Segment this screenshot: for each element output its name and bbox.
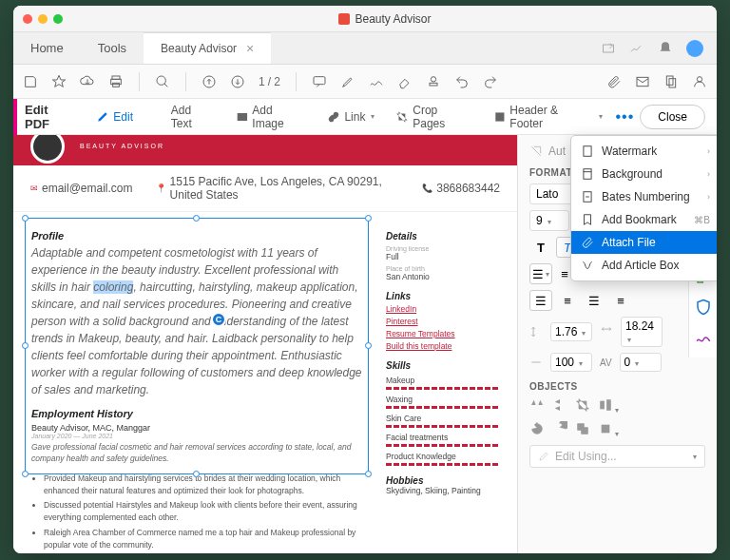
list-item: Raleigh Area Chamber of Commerce named m…: [44, 527, 363, 551]
dropdown-bates[interactable]: Bates Numbering›: [571, 185, 717, 208]
links-heading: Links: [386, 291, 500, 301]
undo-icon[interactable]: [454, 74, 470, 89]
close-window[interactable]: [23, 14, 32, 24]
role-label: BEAUTY ADVISOR: [80, 143, 504, 149]
profile-icon[interactable]: [692, 74, 707, 89]
dropdown-attach-file[interactable]: Attach File: [571, 231, 717, 254]
crop-button[interactable]: Crop Pages: [388, 100, 479, 134]
user-avatar[interactable]: [686, 40, 703, 57]
font-size-select[interactable]: 9 ▾: [529, 210, 569, 231]
close-tab-icon[interactable]: ×: [246, 41, 254, 56]
svg-point-15: [240, 114, 241, 116]
align-right-button[interactable]: ☰: [583, 290, 605, 311]
replace-button[interactable]: [575, 421, 590, 439]
add-text-button[interactable]: Add Text: [146, 100, 222, 134]
edit-using-select[interactable]: Edit Using... ▾: [529, 445, 705, 468]
share-icon[interactable]: [601, 41, 616, 56]
titlebar: Beauty Advisor: [13, 6, 717, 32]
contact-row: ✉email@email.com 📍1515 Pacific Ave, Los …: [13, 165, 517, 212]
tracking-input[interactable]: 100 ▾: [550, 353, 592, 372]
add-image-button[interactable]: Add Image: [228, 100, 315, 134]
protect-tool-icon[interactable]: [695, 299, 712, 316]
skill-item: Facial treatments: [386, 433, 500, 442]
flip-h-button[interactable]: [529, 397, 545, 415]
svg-point-13: [697, 76, 701, 81]
svg-rect-16: [495, 112, 504, 121]
svg-rect-3: [113, 83, 120, 87]
address-value: 1515 Pacific Ave, Los Angeles, CA 90291,…: [170, 175, 400, 202]
line-height-input[interactable]: 1.76 ▾: [550, 322, 592, 341]
draw-icon[interactable]: [369, 74, 384, 89]
flip-v-button[interactable]: [552, 397, 567, 415]
collab-cursor-icon: C: [211, 312, 226, 327]
list-item: Discussed potential Hairstyles and Makeu…: [44, 499, 363, 524]
stamp-icon[interactable]: [426, 74, 441, 89]
link-pinterest[interactable]: Pinterest: [386, 317, 500, 326]
bold-button[interactable]: T: [529, 237, 552, 258]
highlight-icon[interactable]: [340, 74, 355, 89]
align-obj-button[interactable]: ▾: [598, 397, 619, 415]
profile-text[interactable]: Adaptable and competent cosmetologist wi…: [31, 244, 362, 398]
print-icon[interactable]: [108, 74, 124, 89]
rotate-cw-button[interactable]: [552, 421, 567, 439]
attachment-icon[interactable]: [606, 74, 622, 89]
comment-icon[interactable]: [312, 74, 327, 89]
crop-obj-button[interactable]: [575, 397, 590, 415]
job1-date: January 2020 — June 2021: [31, 433, 362, 439]
text-selection-box[interactable]: Profile Adaptable and competent cosmetol…: [25, 218, 369, 474]
tab-bar: Home Tools Beauty Advisor×: [13, 32, 717, 65]
next-page-icon[interactable]: [230, 74, 245, 89]
link-build[interactable]: Build this template: [386, 341, 500, 351]
zoom-icon[interactable]: [155, 74, 170, 89]
pdf-icon: [338, 13, 350, 25]
sign-icon[interactable]: [629, 41, 644, 56]
more-icon[interactable]: •••: [616, 108, 635, 126]
cloud-upload-icon[interactable]: [80, 74, 95, 89]
pages-icon[interactable]: [663, 74, 679, 89]
align-center-button[interactable]: ≡: [556, 290, 579, 311]
employment-heading: Employment History: [31, 408, 362, 419]
app-window: Beauty Advisor Home Tools Beauty Advisor…: [13, 6, 717, 553]
minimize-window[interactable]: [38, 14, 48, 24]
tab-tools[interactable]: Tools: [81, 32, 144, 64]
svg-point-8: [431, 76, 435, 81]
link-linkedin[interactable]: LinkedIn: [386, 304, 500, 314]
svg-rect-12: [669, 78, 676, 87]
align-left-button[interactable]: ☰: [529, 290, 552, 311]
job1-desc: Gave professional facial cosmetic and ha…: [31, 442, 362, 465]
dropdown-background[interactable]: Background›: [571, 163, 717, 185]
align-justify-button[interactable]: ≡: [609, 290, 632, 311]
bullet-list-button[interactable]: ☰▾: [529, 263, 552, 284]
tab-home[interactable]: Home: [13, 32, 81, 64]
header-footer-button[interactable]: Header & Footer▾: [486, 100, 610, 134]
pencil-icon: [538, 451, 549, 462]
pin-icon: 📍: [156, 183, 166, 193]
envelope-icon[interactable]: [635, 74, 650, 89]
link-templates[interactable]: Resume Templates: [386, 329, 500, 338]
save-icon[interactable]: [23, 74, 38, 89]
close-button[interactable]: Close: [640, 105, 705, 129]
tab-document[interactable]: Beauty Advisor×: [144, 32, 271, 64]
zoom-window[interactable]: [53, 14, 63, 24]
redo-icon[interactable]: [483, 74, 498, 89]
kerning-input[interactable]: 0 ▾: [620, 353, 662, 372]
edit-button[interactable]: Edit: [88, 106, 141, 127]
dropdown-watermark[interactable]: Watermark›: [571, 140, 717, 163]
dropdown-article-box[interactable]: Add Article Box: [571, 254, 717, 277]
link-button[interactable]: Link▾: [319, 106, 382, 127]
arrange-button[interactable]: ▾: [598, 421, 619, 439]
email-icon: ✉: [30, 183, 38, 193]
edit-toolbar: Edit PDF Edit Add Text Add Image Link▾ C…: [13, 99, 717, 135]
char-width-input[interactable]: 18.24 ▾: [621, 317, 663, 347]
dropdown-bookmark[interactable]: Add Bookmark⌘B: [571, 208, 717, 231]
autosize-icon: [529, 145, 543, 158]
fill-sign-tool-icon[interactable]: [695, 329, 712, 346]
bell-icon[interactable]: [658, 41, 673, 56]
prev-page-icon[interactable]: [202, 74, 217, 89]
star-icon[interactable]: [51, 74, 67, 89]
rotate-ccw-button[interactable]: [529, 421, 545, 439]
skill-item: Skin Care: [386, 414, 500, 423]
edit-pdf-label: Edit PDF: [25, 103, 75, 131]
document-viewport[interactable]: BEAUTY ADVISOR ✉email@email.com 📍1515 Pa…: [13, 135, 517, 553]
erase-icon[interactable]: [397, 74, 413, 89]
